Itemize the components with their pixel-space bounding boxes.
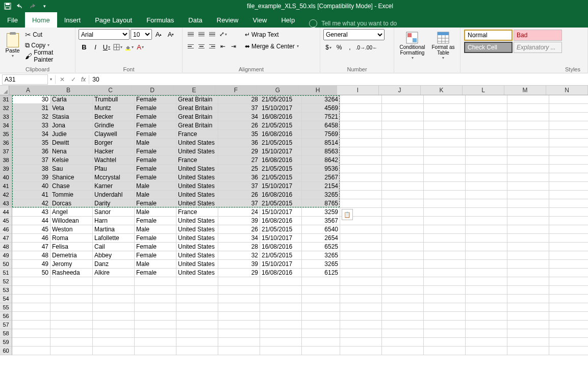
cell[interactable]: 35: [218, 130, 260, 139]
cell[interactable]: [340, 130, 382, 139]
cell[interactable]: United States: [176, 217, 218, 225]
align-middle-button[interactable]: [196, 29, 207, 39]
cell[interactable]: Pfau: [93, 165, 135, 173]
cell[interactable]: [424, 113, 466, 121]
row-header[interactable]: 38: [0, 156, 12, 165]
cell[interactable]: Jeromy: [50, 260, 93, 269]
cell[interactable]: [549, 217, 588, 225]
paste-options-button[interactable]: 📋: [342, 209, 353, 220]
row-header[interactable]: 53: [0, 286, 12, 295]
cell[interactable]: [218, 277, 260, 286]
cell[interactable]: [549, 347, 588, 355]
cell[interactable]: Stasia: [50, 113, 93, 121]
cell[interactable]: 21/05/2015: [260, 95, 302, 104]
cell[interactable]: Harn: [93, 217, 135, 225]
cell[interactable]: [466, 165, 507, 173]
cell[interactable]: Kelsie: [50, 156, 93, 165]
cell[interactable]: United States: [176, 165, 218, 173]
cell[interactable]: [466, 121, 507, 130]
cell[interactable]: [507, 329, 549, 338]
cell[interactable]: [382, 303, 424, 312]
style-check-cell[interactable]: Check Cell: [464, 42, 513, 53]
cell[interactable]: 3265: [302, 191, 340, 199]
cell[interactable]: [93, 277, 135, 286]
cell[interactable]: [340, 234, 382, 243]
comma-format-button[interactable]: ,: [345, 42, 355, 52]
cell[interactable]: [260, 347, 302, 355]
cell[interactable]: 28: [218, 243, 260, 251]
cell[interactable]: 21/05/2015: [260, 225, 302, 234]
cell[interactable]: [549, 113, 588, 121]
cell[interactable]: [466, 173, 507, 182]
cell[interactable]: [424, 182, 466, 191]
cell[interactable]: 21/05/2015: [260, 251, 302, 260]
row-header[interactable]: 31: [0, 95, 12, 104]
cell[interactable]: [382, 199, 424, 208]
column-header-L[interactable]: L: [463, 86, 504, 95]
cell[interactable]: Male: [135, 139, 176, 147]
cell[interactable]: France: [176, 156, 218, 165]
cell[interactable]: [176, 347, 218, 355]
cell[interactable]: [507, 182, 549, 191]
align-center-button[interactable]: [196, 41, 207, 51]
cell[interactable]: [340, 95, 382, 104]
cell[interactable]: [466, 269, 507, 277]
cell[interactable]: 16/08/2016: [260, 113, 302, 121]
cell[interactable]: Female: [135, 156, 176, 165]
cell[interactable]: Sau: [50, 165, 93, 173]
orientation-button[interactable]: ⤢▾: [218, 29, 228, 39]
cell[interactable]: Female: [135, 234, 176, 243]
cell[interactable]: [507, 199, 549, 208]
cell[interactable]: 6458: [302, 121, 340, 130]
cell[interactable]: Willodean: [50, 217, 93, 225]
cell[interactable]: [466, 286, 507, 295]
cell[interactable]: [424, 95, 466, 104]
cell[interactable]: [507, 113, 549, 121]
format-as-table-button[interactable]: Format as Table▾: [429, 29, 457, 62]
cell[interactable]: 16/08/2016: [260, 217, 302, 225]
cell[interactable]: 7521: [302, 113, 340, 121]
cell[interactable]: [507, 234, 549, 243]
cell[interactable]: [507, 217, 549, 225]
cell[interactable]: [466, 147, 507, 156]
cell[interactable]: [466, 156, 507, 165]
select-all-corner[interactable]: [0, 86, 9, 95]
cell[interactable]: United States: [176, 182, 218, 191]
cell[interactable]: [466, 303, 507, 312]
cell[interactable]: 34: [12, 130, 50, 139]
cell[interactable]: [302, 312, 340, 321]
cell[interactable]: 40: [12, 182, 50, 191]
cell[interactable]: [176, 295, 218, 303]
cell[interactable]: Male: [135, 208, 176, 217]
cell[interactable]: 21/05/2015: [260, 165, 302, 173]
cell[interactable]: 3259: [302, 208, 340, 217]
column-header-N[interactable]: N: [546, 86, 588, 95]
cell[interactable]: [302, 329, 340, 338]
cell[interactable]: [424, 191, 466, 199]
cell[interactable]: [382, 130, 424, 139]
row-header[interactable]: 46: [0, 225, 12, 234]
cell[interactable]: [218, 347, 260, 355]
cell[interactable]: [382, 173, 424, 182]
cell[interactable]: [549, 234, 588, 243]
cell[interactable]: [12, 329, 50, 338]
cell[interactable]: 32: [12, 113, 50, 121]
cell[interactable]: United States: [176, 251, 218, 260]
cell[interactable]: [260, 321, 302, 329]
cell[interactable]: United States: [176, 199, 218, 208]
cell[interactable]: 42: [12, 199, 50, 208]
cell[interactable]: 37: [218, 199, 260, 208]
cell[interactable]: 16/08/2016: [260, 156, 302, 165]
cell[interactable]: Carla: [50, 95, 93, 104]
fx-icon[interactable]: fx: [81, 76, 86, 83]
cell[interactable]: United States: [176, 260, 218, 269]
cell[interactable]: [466, 312, 507, 321]
cell[interactable]: [382, 312, 424, 321]
cell[interactable]: 15/10/2017: [260, 208, 302, 217]
cell[interactable]: [176, 338, 218, 347]
cell[interactable]: 9536: [302, 165, 340, 173]
row-header[interactable]: 58: [0, 329, 12, 338]
cell[interactable]: [507, 130, 549, 139]
cell[interactable]: Felisa: [50, 243, 93, 251]
cell[interactable]: 8642: [302, 156, 340, 165]
